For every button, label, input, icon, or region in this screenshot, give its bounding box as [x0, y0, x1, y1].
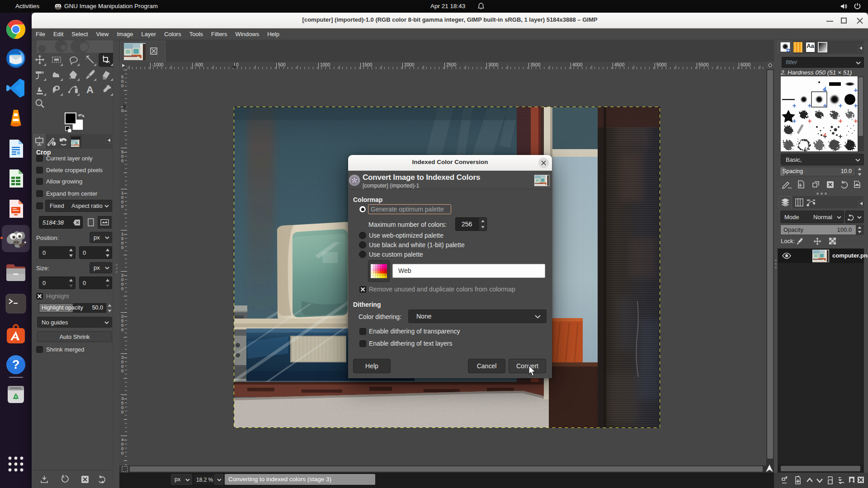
svg-text:0: 0 [121, 327, 123, 332]
svg-text:2000: 2000 [404, 62, 415, 67]
svg-text:0: 0 [121, 108, 123, 113]
svg-text:4000: 4000 [572, 62, 583, 67]
svg-text:3000: 3000 [488, 62, 499, 67]
svg-text:0: 0 [121, 158, 123, 163]
svg-text:2500: 2500 [446, 62, 457, 67]
svg-text:500: 500 [278, 62, 286, 67]
svg-text:0: 0 [121, 368, 123, 373]
svg-text:0: 0 [121, 83, 123, 88]
svg-text:0: 0 [121, 245, 123, 250]
svg-text:-500: -500 [194, 62, 203, 67]
svg-text:0: 0 [236, 62, 239, 67]
svg-text:5000: 5000 [656, 62, 667, 67]
svg-text:A: A [86, 84, 94, 95]
svg-text:0: 0 [121, 286, 123, 291]
svg-text:1000: 1000 [320, 62, 330, 67]
svg-text:0: 0 [121, 450, 123, 455]
svg-text:4500: 4500 [614, 62, 625, 67]
svg-text:-1000: -1000 [152, 62, 164, 67]
svg-text:i: i [53, 142, 54, 146]
svg-text:1500: 1500 [362, 62, 373, 67]
svg-text:0: 0 [121, 409, 123, 414]
svg-text:?: ? [12, 358, 20, 371]
svg-text:6000: 6000 [741, 62, 751, 67]
svg-text:0: 0 [121, 204, 123, 209]
svg-text:3500: 3500 [530, 62, 541, 67]
svg-text:5500: 5500 [698, 62, 709, 67]
